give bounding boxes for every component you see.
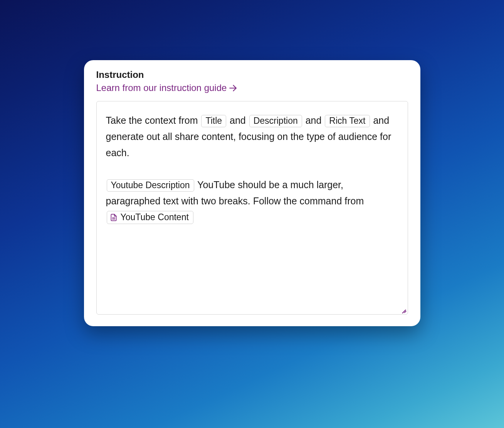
field-chip-with-icon[interactable]: YouTube Content — [107, 211, 193, 224]
field-chip[interactable]: Description — [249, 115, 302, 127]
instruction-guide-link[interactable]: Learn from our instruction guide — [96, 83, 238, 93]
editor-text: and — [227, 115, 249, 126]
chip-label: YouTube Content — [121, 212, 189, 223]
editor-text: Take the context from — [106, 115, 201, 126]
instruction-heading: Instruction — [96, 69, 408, 80]
editor-content: Take the context from Title and Descript… — [106, 112, 398, 225]
editor-paragraph: Youtube Description YouTube should be a … — [106, 177, 398, 225]
editor-paragraph: Take the context from Title and Descript… — [106, 112, 398, 161]
instruction-card: Instruction Learn from our instruction g… — [84, 60, 420, 326]
editor-text: and — [303, 115, 324, 126]
guide-link-text: Learn from our instruction guide — [96, 83, 227, 93]
field-chip[interactable]: Rich Text — [325, 115, 370, 127]
document-icon — [110, 213, 118, 222]
arrow-right-icon — [228, 83, 238, 93]
instruction-editor[interactable]: Take the context from Title and Descript… — [96, 101, 408, 315]
resize-handle[interactable] — [401, 307, 406, 313]
field-chip[interactable]: Title — [201, 115, 226, 127]
field-chip[interactable]: Youtube Description — [107, 179, 194, 192]
